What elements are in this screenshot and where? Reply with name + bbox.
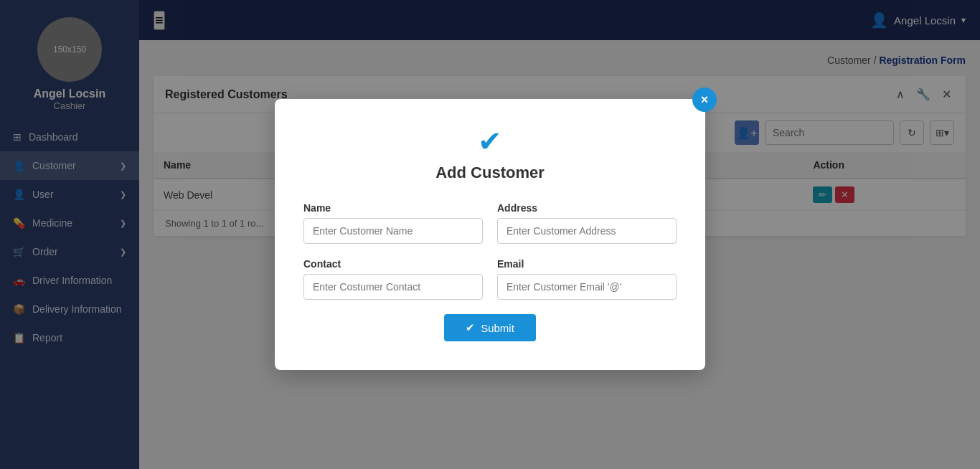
address-label: Address — [497, 202, 677, 214]
check-icon: ✔ — [478, 125, 502, 157]
modal-overlay: × ✔ Add Customer Name Address Contact Em… — [0, 0, 980, 469]
submit-button[interactable]: ✔ Submit — [444, 314, 536, 341]
form-row-2: Contact Email — [303, 258, 677, 300]
address-field-group: Address — [497, 202, 677, 244]
email-label: Email — [497, 258, 677, 270]
contact-label: Contact — [303, 258, 483, 270]
name-label: Name — [303, 202, 483, 214]
add-customer-modal: × ✔ Add Customer Name Address Contact Em… — [275, 99, 705, 370]
contact-field-group: Contact — [303, 258, 483, 300]
modal-footer: ✔ Submit — [303, 314, 677, 341]
submit-icon: ✔ — [466, 321, 475, 334]
email-field-group: Email — [497, 258, 677, 300]
submit-label: Submit — [481, 322, 514, 334]
form-row-1: Name Address — [303, 202, 677, 244]
name-field-group: Name — [303, 202, 483, 244]
contact-input[interactable] — [303, 274, 483, 300]
modal-close-button[interactable]: × — [692, 87, 717, 112]
modal-checkmark: ✔ — [303, 125, 677, 158]
email-input[interactable] — [497, 274, 677, 300]
address-input[interactable] — [497, 218, 677, 244]
modal-title: Add Customer — [303, 164, 677, 182]
name-input[interactable] — [303, 218, 483, 244]
